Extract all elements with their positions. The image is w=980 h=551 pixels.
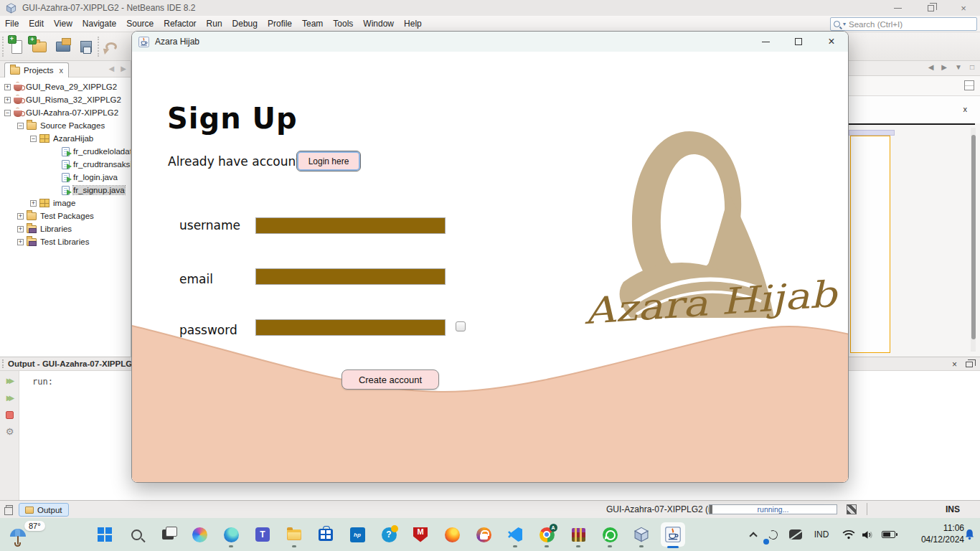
chevron-right-icon[interactable]: ▶ bbox=[121, 65, 126, 72]
chevron-right-icon[interactable]: ▶ bbox=[941, 63, 947, 71]
taskbar-mcafee-button[interactable]: M bbox=[412, 526, 429, 543]
tree-item-package[interactable]: +image bbox=[0, 197, 131, 209]
settings-button[interactable]: ⚙ bbox=[2, 424, 17, 439]
tree-item-source-packages[interactable]: −Source Packages bbox=[0, 119, 131, 132]
vertical-scrollbar[interactable] bbox=[971, 128, 976, 352]
tree-item-project[interactable]: +GUI_Risma_32_XIPPLG2 bbox=[0, 93, 131, 106]
save-all-button[interactable] bbox=[76, 37, 96, 57]
open-project-button[interactable] bbox=[53, 37, 73, 57]
tray-sync-button[interactable] bbox=[763, 518, 782, 551]
scrollbar-thumb[interactable] bbox=[971, 135, 976, 339]
taskbar-avast-button[interactable] bbox=[475, 526, 492, 543]
progress-bar[interactable]: running... bbox=[709, 504, 837, 514]
tree-item-project[interactable]: +GUI_Reva_29_XIPPLG2 bbox=[0, 80, 131, 93]
output-tab-button[interactable]: Output bbox=[19, 503, 69, 517]
new-file-button[interactable] bbox=[6, 37, 27, 57]
taskbar-store-button[interactable] bbox=[317, 526, 334, 543]
close-icon[interactable]: × bbox=[952, 359, 957, 369]
expand-icon[interactable]: + bbox=[4, 97, 11, 103]
create-account-button[interactable]: Create account bbox=[341, 369, 439, 390]
tree-item-libraries[interactable]: +Libraries bbox=[0, 222, 131, 235]
process-icon[interactable] bbox=[847, 504, 857, 514]
close-icon[interactable]: x bbox=[963, 105, 968, 113]
taskbar-chrome-button[interactable]: A bbox=[538, 526, 555, 543]
ide-close-button[interactable]: × bbox=[947, 0, 980, 16]
menu-debug[interactable]: Debug bbox=[227, 17, 263, 31]
menu-navigate[interactable]: Navigate bbox=[77, 17, 121, 31]
stop-button[interactable] bbox=[2, 408, 17, 423]
app-titlebar[interactable]: Azara Hijab × bbox=[132, 32, 848, 52]
rerun-button[interactable]: ▶▶ bbox=[2, 373, 17, 388]
chevron-left-icon[interactable]: ◀ bbox=[109, 65, 115, 72]
tree-item-java-file[interactable]: fr_crudtransaksi bbox=[0, 158, 131, 171]
expand-icon[interactable]: + bbox=[17, 213, 24, 220]
collapse-icon[interactable]: − bbox=[30, 136, 37, 142]
quick-search-box[interactable]: ▾ bbox=[830, 17, 977, 31]
split-window-icon[interactable] bbox=[964, 80, 974, 90]
rerun-debug-button[interactable]: ▶▶ bbox=[2, 390, 17, 405]
tray-notifications-button[interactable] bbox=[961, 518, 977, 551]
taskbar-file-explorer-button[interactable] bbox=[286, 526, 303, 543]
tab-projects[interactable]: Projects x bbox=[4, 62, 69, 77]
ide-restore-button[interactable] bbox=[914, 0, 947, 16]
expand-icon[interactable]: + bbox=[17, 226, 24, 232]
expand-icon[interactable]: + bbox=[30, 200, 37, 207]
menu-refactor[interactable]: Refactor bbox=[159, 17, 201, 31]
close-icon[interactable]: x bbox=[60, 66, 64, 75]
taskbar-edge-button[interactable] bbox=[222, 526, 240, 543]
tray-chevron-up[interactable] bbox=[743, 518, 760, 551]
ide-minimize-button[interactable] bbox=[881, 0, 914, 16]
menu-profile[interactable]: Profile bbox=[263, 17, 297, 31]
tray-clock[interactable]: 11:06 04/12/2024 bbox=[901, 523, 964, 545]
search-input[interactable] bbox=[849, 20, 974, 29]
taskbar-teams-button[interactable]: T bbox=[254, 526, 271, 543]
username-field[interactable] bbox=[255, 217, 446, 234]
app-maximize-button[interactable] bbox=[782, 32, 815, 52]
menu-view[interactable]: View bbox=[49, 17, 77, 31]
tree-item-java-file[interactable]: fr_crudkeloladat bbox=[0, 145, 131, 158]
taskbar-winrar-button[interactable] bbox=[570, 526, 587, 543]
menu-file[interactable]: File bbox=[0, 17, 24, 31]
tray-wifi-button[interactable] bbox=[839, 518, 858, 551]
expand-icon[interactable]: + bbox=[4, 84, 11, 90]
taskbar-netbeans-button[interactable] bbox=[633, 526, 650, 543]
taskbar-whatsapp-button[interactable] bbox=[601, 526, 618, 543]
taskbar-myhp-button[interactable]: hp bbox=[349, 526, 366, 543]
app-close-button[interactable]: × bbox=[815, 32, 848, 52]
menu-window[interactable]: Window bbox=[358, 17, 399, 31]
taskbar-search-button[interactable] bbox=[128, 526, 145, 543]
show-password-checkbox[interactable] bbox=[456, 321, 466, 331]
tree-item-project[interactable]: −GUI-Azahra-07-XIPPLG2 bbox=[0, 106, 131, 119]
expand-icon[interactable]: + bbox=[17, 239, 24, 245]
login-here-button[interactable]: Login here bbox=[297, 151, 360, 171]
tray-language-indicator[interactable]: IND bbox=[809, 518, 834, 551]
tab-list-dropdown-icon[interactable]: ▼ bbox=[955, 63, 962, 71]
taskbar-copilot-button[interactable] bbox=[191, 526, 208, 543]
tray-camera-off-button[interactable] bbox=[786, 518, 805, 551]
new-project-button[interactable] bbox=[29, 37, 50, 57]
menu-source[interactable]: Source bbox=[121, 17, 159, 31]
menu-team[interactable]: Team bbox=[297, 17, 328, 31]
taskbar-java-app-button-active[interactable] bbox=[661, 522, 685, 547]
app-minimize-button[interactable] bbox=[749, 32, 782, 52]
tree-item-java-file-selected[interactable]: fr_signup.java bbox=[0, 184, 131, 197]
menu-run[interactable]: Run bbox=[202, 17, 227, 31]
chevron-left-icon[interactable]: ◀ bbox=[928, 63, 934, 71]
float-window-icon[interactable] bbox=[966, 362, 973, 367]
menu-edit[interactable]: Edit bbox=[24, 17, 49, 31]
tab-scroll-arrows[interactable]: ◀▶ bbox=[109, 65, 126, 72]
tree-item-java-file[interactable]: fr_login.java bbox=[0, 171, 131, 184]
dock-windows-icon[interactable] bbox=[6, 505, 13, 512]
tree-item-test-libraries[interactable]: +Test Libraries bbox=[0, 235, 131, 248]
menu-help[interactable]: Help bbox=[399, 17, 427, 31]
maximize-window-icon[interactable]: □ bbox=[970, 63, 974, 71]
taskbar-hp-support-button[interactable]: ? bbox=[380, 526, 397, 543]
taskbar-firefox-button[interactable] bbox=[443, 526, 461, 543]
tray-volume-button[interactable] bbox=[858, 518, 877, 551]
collapse-icon[interactable]: − bbox=[4, 110, 11, 116]
weather-widget[interactable]: 87° bbox=[9, 520, 49, 549]
menu-tools[interactable]: Tools bbox=[328, 17, 358, 31]
tray-battery-indicator[interactable] bbox=[878, 518, 898, 551]
tree-item-package[interactable]: −AzaraHijab bbox=[0, 132, 131, 145]
email-field[interactable] bbox=[255, 268, 446, 285]
